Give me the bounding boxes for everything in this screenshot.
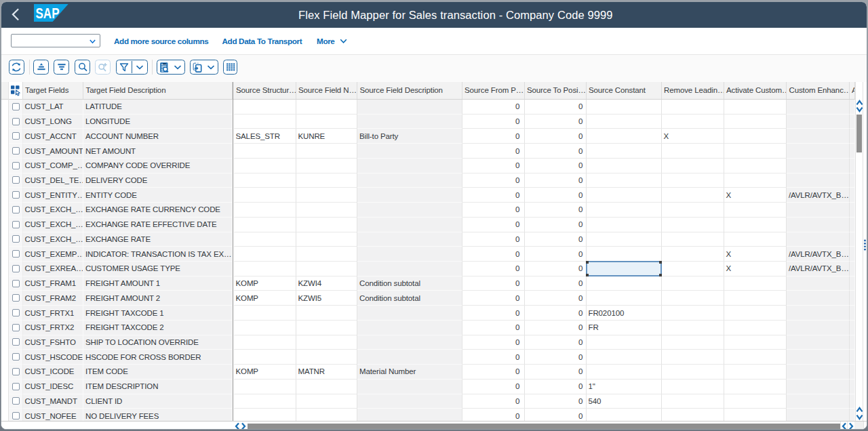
svg-text:SAP: SAP — [35, 5, 59, 22]
